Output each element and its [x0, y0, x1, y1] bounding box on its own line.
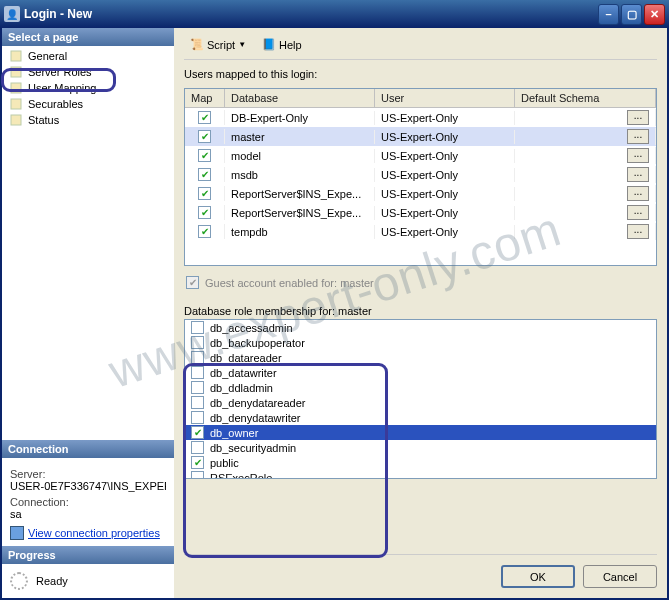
map-checkbox[interactable] — [198, 149, 211, 162]
progress-value: Ready — [36, 575, 68, 587]
svg-rect-3 — [11, 99, 21, 109]
page-icon — [10, 82, 24, 94]
cancel-button[interactable]: Cancel — [583, 565, 657, 588]
cell-user: US-Expert-Only — [375, 187, 515, 201]
help-button[interactable]: 📘 Help — [256, 36, 308, 53]
role-item[interactable]: RSExecRole — [185, 470, 656, 479]
view-connection-properties-link[interactable]: View connection properties — [28, 527, 160, 539]
map-checkbox[interactable] — [198, 168, 211, 181]
role-checkbox[interactable] — [191, 471, 204, 479]
role-label: db_datareader — [210, 352, 282, 364]
role-checkbox[interactable] — [191, 336, 204, 349]
sidebar-item-server-roles[interactable]: Server Roles — [2, 64, 174, 80]
server-value: USER-0E7F336747\INS_EXPERT — [10, 480, 166, 492]
map-checkbox[interactable] — [198, 111, 211, 124]
role-label: db_accessadmin — [210, 322, 293, 334]
role-checkbox[interactable] — [191, 441, 204, 454]
role-item[interactable]: db_accessadmin — [185, 320, 656, 335]
role-checkbox[interactable] — [191, 321, 204, 334]
ok-button[interactable]: OK — [501, 565, 575, 588]
role-item[interactable]: db_datawriter — [185, 365, 656, 380]
sidebar: Select a page General Server Roles User … — [2, 28, 174, 598]
col-map[interactable]: Map — [185, 89, 225, 107]
close-button[interactable]: ✕ — [644, 4, 665, 25]
sidebar-page-list: General Server Roles User Mapping Secura… — [2, 46, 174, 130]
cell-database: msdb — [225, 168, 375, 182]
sidebar-item-label: User Mapping — [28, 82, 96, 94]
script-button[interactable]: 📜 Script ▼ — [184, 36, 252, 53]
role-item[interactable]: public — [185, 455, 656, 470]
roles-label: Database role membership for: master — [184, 303, 657, 319]
browse-button[interactable]: ... — [627, 186, 649, 201]
script-label: Script — [207, 39, 235, 51]
role-item[interactable]: db_denydatareader — [185, 395, 656, 410]
role-item[interactable]: db_securityadmin — [185, 440, 656, 455]
minimize-button[interactable]: – — [598, 4, 619, 25]
sidebar-item-general[interactable]: General — [2, 48, 174, 64]
map-checkbox[interactable] — [198, 130, 211, 143]
grid-header: Map Database User Default Schema — [185, 89, 656, 108]
sidebar-header-connection: Connection — [2, 440, 174, 458]
role-label: db_denydatawriter — [210, 412, 301, 424]
col-database[interactable]: Database — [225, 89, 375, 107]
role-checkbox[interactable] — [191, 411, 204, 424]
table-row[interactable]: DB-Expert-OnlyUS-Expert-Only... — [185, 108, 656, 127]
browse-button[interactable]: ... — [627, 110, 649, 125]
table-row[interactable]: modelUS-Expert-Only... — [185, 146, 656, 165]
sidebar-item-user-mapping[interactable]: User Mapping — [2, 80, 174, 96]
role-item[interactable]: db_denydatawriter — [185, 410, 656, 425]
users-mapped-grid[interactable]: Map Database User Default Schema DB-Expe… — [184, 88, 657, 266]
table-row[interactable]: masterUS-Expert-Only... — [185, 127, 656, 146]
table-row[interactable]: ReportServer$INS_Expe...US-Expert-Only..… — [185, 184, 656, 203]
role-label: db_owner — [210, 427, 258, 439]
browse-button[interactable]: ... — [627, 129, 649, 144]
role-item[interactable]: db_ddladmin — [185, 380, 656, 395]
cell-default-schema: ... — [515, 109, 656, 126]
svg-rect-4 — [11, 115, 21, 125]
cell-user: US-Expert-Only — [375, 130, 515, 144]
maximize-button[interactable]: ▢ — [621, 4, 642, 25]
role-item[interactable]: db_backupoperator — [185, 335, 656, 350]
dialog-footer: OK Cancel — [184, 554, 657, 592]
cell-user: US-Expert-Only — [375, 225, 515, 239]
browse-button[interactable]: ... — [627, 167, 649, 182]
sidebar-item-securables[interactable]: Securables — [2, 96, 174, 112]
role-label: db_denydatareader — [210, 397, 305, 409]
cell-user: US-Expert-Only — [375, 111, 515, 125]
cell-default-schema: ... — [515, 223, 656, 240]
script-icon: 📜 — [190, 38, 204, 51]
cell-database: model — [225, 149, 375, 163]
map-checkbox[interactable] — [198, 225, 211, 238]
map-checkbox[interactable] — [198, 187, 211, 200]
browse-button[interactable]: ... — [627, 224, 649, 239]
sidebar-item-status[interactable]: Status — [2, 112, 174, 128]
sidebar-item-label: Securables — [28, 98, 83, 110]
col-default-schema[interactable]: Default Schema — [515, 89, 656, 107]
table-row[interactable]: ReportServer$INS_Expe...US-Expert-Only..… — [185, 203, 656, 222]
role-item[interactable]: db_datareader — [185, 350, 656, 365]
cell-default-schema: ... — [515, 166, 656, 183]
page-icon — [10, 98, 24, 110]
role-checkbox[interactable] — [191, 456, 204, 469]
main-panel: 📜 Script ▼ 📘 Help Users mapped to this l… — [174, 28, 667, 598]
properties-icon — [10, 526, 24, 540]
map-checkbox[interactable] — [198, 206, 211, 219]
role-checkbox[interactable] — [191, 396, 204, 409]
page-icon — [10, 114, 24, 126]
browse-button[interactable]: ... — [627, 205, 649, 220]
users-mapped-label: Users mapped to this login: — [184, 66, 657, 82]
table-row[interactable]: msdbUS-Expert-Only... — [185, 165, 656, 184]
roles-list[interactable]: db_accessadmindb_backupoperatordb_datare… — [184, 319, 657, 479]
role-checkbox[interactable] — [191, 426, 204, 439]
role-checkbox[interactable] — [191, 351, 204, 364]
browse-button[interactable]: ... — [627, 148, 649, 163]
role-item[interactable]: db_owner — [185, 425, 656, 440]
role-label: db_backupoperator — [210, 337, 305, 349]
table-row[interactable]: tempdbUS-Expert-Only... — [185, 222, 656, 241]
role-label: public — [210, 457, 239, 469]
col-user[interactable]: User — [375, 89, 515, 107]
role-checkbox[interactable] — [191, 381, 204, 394]
guest-label: Guest account enabled for: master — [205, 277, 374, 289]
sidebar-header-select: Select a page — [2, 28, 174, 46]
role-checkbox[interactable] — [191, 366, 204, 379]
